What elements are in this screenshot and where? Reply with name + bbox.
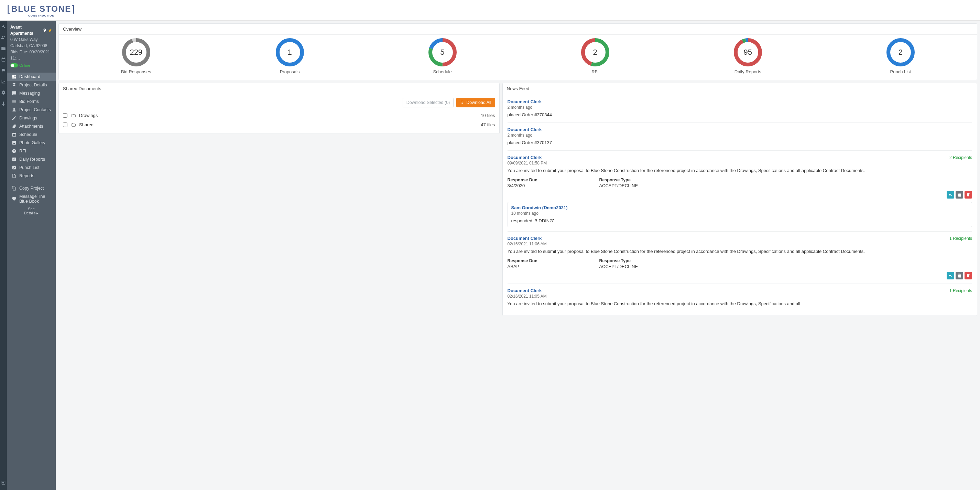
folder-icon[interactable]	[1, 46, 6, 51]
folder-icon	[71, 123, 76, 127]
doc-checkbox[interactable]	[63, 123, 67, 127]
nav-item-project-details[interactable]: Project Details	[7, 81, 56, 89]
map-pin-icon[interactable]	[43, 28, 47, 32]
feed-body: You are invited to submit your proposal …	[508, 301, 972, 307]
nav-item-schedule[interactable]: Schedule	[7, 131, 56, 139]
metric-value: 5	[428, 38, 457, 66]
nav-main: DashboardProject DetailsMessagingBid For…	[7, 72, 56, 180]
response-type-value: ACCEPT/DECLINE	[599, 264, 638, 269]
nav-item-reports[interactable]: Reports	[7, 172, 56, 180]
drawings-icon	[12, 116, 16, 120]
news-feed-panel: News Feed Document Clerk2 months agoplac…	[503, 83, 977, 316]
feed-item: Document Clerk1 Recipients02/16/2021 11:…	[508, 231, 972, 284]
metric-value: 1	[276, 38, 304, 66]
main-content: Overview 229Bid Responses1Proposals5Sche…	[56, 21, 980, 490]
gear-icon[interactable]	[1, 90, 6, 95]
donut-chart: 1	[276, 38, 304, 66]
response-type-label: Response Type	[599, 177, 638, 182]
feed-recipients[interactable]: 2 Recipients	[950, 155, 972, 160]
nav-item-bid-forms[interactable]: Bid Forms	[7, 97, 56, 105]
nav-item-copy-project[interactable]: Copy Project	[7, 184, 56, 192]
doc-list: Drawings10 filesShared47 files	[59, 111, 499, 134]
nav-item-dashboard[interactable]: Dashboard	[7, 73, 56, 81]
attachments-icon	[12, 124, 16, 129]
nav-item-rfi[interactable]: RFI	[7, 147, 56, 155]
copy-icon[interactable]	[956, 191, 963, 198]
feed-body: placed Order #370344	[508, 112, 972, 118]
people-icon[interactable]	[1, 35, 6, 40]
doc-count: 10 files	[481, 113, 495, 118]
nav-item-daily-reports[interactable]: Daily Reports	[7, 155, 56, 163]
metric-label: Daily Reports	[735, 69, 761, 74]
news-feed-title: News Feed	[503, 83, 977, 94]
online-toggle[interactable]: Online	[10, 62, 30, 69]
nav-item-project-contacts[interactable]: Project Contacts	[7, 105, 56, 114]
feed-author[interactable]: Document Clerk	[508, 99, 542, 104]
toggle-switch-icon[interactable]	[10, 63, 18, 67]
wrench-icon[interactable]	[1, 24, 6, 29]
nav-item-messaging[interactable]: Messaging	[7, 89, 56, 97]
donut-chart: 5	[428, 38, 457, 66]
feed-author[interactable]: Document Clerk	[508, 236, 542, 241]
feed-body: placed Order #370137	[508, 140, 972, 146]
nav-item-message-bluebook[interactable]: Message The Blue Book	[7, 192, 56, 206]
daily-reports-icon	[12, 157, 16, 162]
star-icon[interactable]	[48, 28, 52, 32]
chart-icon[interactable]	[1, 79, 6, 84]
reply-icon[interactable]	[947, 272, 954, 279]
nav-item-punch-list[interactable]: Punch List	[7, 163, 56, 172]
download-all-button[interactable]: Download All	[456, 98, 495, 107]
overview-metric[interactable]: 229Bid Responses	[121, 38, 151, 74]
project-info: Avant Apartments 0 W Oaks Way Carlsbad, …	[7, 21, 56, 72]
overview-metric[interactable]: 1Proposals	[276, 38, 304, 74]
overview-metric[interactable]: 2RFI	[581, 38, 609, 74]
nav-label: Punch List	[19, 165, 39, 170]
calendar-icon[interactable]	[1, 57, 6, 62]
nav-label: Copy Project	[19, 186, 44, 191]
nav-extra: Copy ProjectMessage The Blue Book	[7, 184, 56, 206]
bid-forms-icon	[12, 99, 16, 104]
metric-value: 2	[886, 38, 915, 66]
see-details[interactable]: See Details ▸	[7, 206, 56, 216]
doc-checkbox[interactable]	[63, 113, 67, 118]
feed-time: 02/16/2021 11:06 AM	[508, 241, 972, 246]
thermometer-icon[interactable]	[1, 101, 6, 106]
overview-metric[interactable]: 5Schedule	[428, 38, 457, 74]
trash-icon[interactable]	[964, 191, 972, 198]
nav-label: Schedule	[19, 132, 37, 137]
donut-chart: 2	[581, 38, 609, 66]
feed-author[interactable]: Document Clerk	[508, 127, 542, 132]
project-contacts-icon	[12, 107, 16, 112]
feed-list: Document Clerk2 months agoplaced Order #…	[503, 94, 977, 316]
nav-item-drawings[interactable]: Drawings	[7, 114, 56, 122]
feed-item: Document Clerk2 Recipients09/09/2021 01:…	[508, 151, 972, 232]
trash-icon[interactable]	[964, 272, 972, 279]
download-selected-button[interactable]: Download Selected (0)	[402, 98, 453, 107]
doc-row[interactable]: Shared47 files	[63, 120, 495, 129]
nav-item-attachments[interactable]: Attachments	[7, 122, 56, 131]
folder-icon	[71, 113, 76, 118]
flag-icon[interactable]	[1, 68, 6, 73]
overview-metric[interactable]: 2Punch List	[886, 38, 915, 74]
response-due-value: 3/4/2020	[508, 183, 538, 188]
reply-author[interactable]: Sam Goodwin (Demo2021)	[511, 205, 968, 210]
logout-icon[interactable]	[1, 480, 6, 485]
nav-label: Daily Reports	[19, 157, 45, 162]
project-address-1: 0 W Oaks Way	[10, 37, 52, 43]
messaging-icon	[12, 91, 16, 96]
feed-recipients[interactable]: 1 Recipients	[950, 236, 972, 241]
response-type-label: Response Type	[599, 259, 638, 263]
overview-metric[interactable]: 95Daily Reports	[734, 38, 762, 74]
logo-text: BLUE STONE	[11, 4, 71, 14]
reply-icon[interactable]	[947, 191, 954, 198]
feed-author[interactable]: Document Clerk	[508, 155, 542, 160]
metric-label: Bid Responses	[121, 69, 151, 74]
copy-icon[interactable]	[956, 272, 963, 279]
feed-author[interactable]: Document Clerk	[508, 288, 542, 293]
doc-row[interactable]: Drawings10 files	[63, 111, 495, 120]
logo-subtext: CONSTRUCTION	[28, 14, 54, 17]
feed-recipients[interactable]: 1 Recipients	[950, 288, 972, 293]
nav-label: RFI	[19, 148, 26, 153]
nav-item-photo-gallery[interactable]: Photo Gallery	[7, 139, 56, 147]
metric-label: RFI	[592, 69, 599, 74]
